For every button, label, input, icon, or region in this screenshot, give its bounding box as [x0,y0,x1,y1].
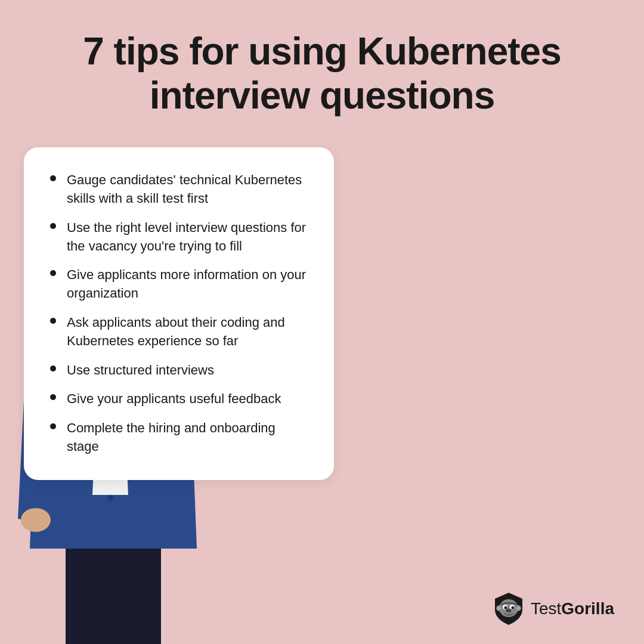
testgorilla-logo-icon [494,592,524,626]
list-item: Use structured interviews [50,361,308,380]
list-item: Give applicants more information on your… [50,266,308,303]
title-section: 7 tips for using Kubernetes interview qu… [35,0,609,129]
main-title: 7 tips for using Kubernetes interview qu… [83,30,561,117]
title-line1: 7 tips for using Kubernetes [83,30,561,73]
content-area: Gauge candidates' technical Kubernetes s… [0,129,644,644]
bullet-icon [50,270,56,276]
svg-point-7 [21,508,51,532]
bullet-icon [50,394,56,400]
bullet-icon [50,366,56,371]
list-item: Gauge candidates' technical Kubernetes s… [50,171,308,208]
tips-list: Gauge candidates' technical Kubernetes s… [50,171,308,456]
list-item: Give your applicants useful feedback [50,390,308,408]
svg-point-28 [504,606,507,609]
list-item: Use the right level interview questions … [50,219,308,256]
svg-point-36 [516,606,520,610]
bullet-icon [50,423,56,429]
svg-point-31 [506,610,508,612]
list-item: Ask applicants about their coding and Ku… [50,314,308,351]
bullet-icon [50,318,56,324]
svg-rect-2 [113,537,161,644]
list-item: Complete the hiring and onboarding stage [50,419,308,456]
svg-point-29 [511,606,514,609]
svg-point-24 [107,495,113,501]
svg-point-34 [497,606,501,610]
svg-rect-1 [66,537,113,644]
page-container: 7 tips for using Kubernetes interview qu… [0,0,644,644]
bullet-icon [50,175,56,181]
tips-card: Gauge candidates' technical Kubernetes s… [24,147,334,480]
bullet-icon [50,223,56,229]
branding: TestGorilla [494,592,614,626]
svg-point-32 [509,610,510,612]
brand-text: TestGorilla [531,599,614,618]
title-line2: interview questions [150,74,494,117]
